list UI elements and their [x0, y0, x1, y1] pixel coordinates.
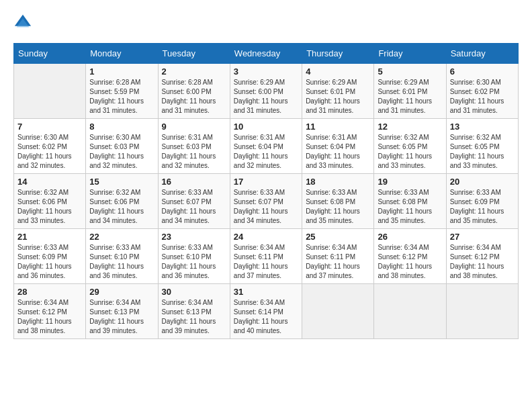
calendar-cell: 20Sunrise: 6:33 AMSunset: 6:09 PMDayligh…: [446, 174, 518, 229]
day-of-week-header: Wednesday: [230, 44, 302, 64]
calendar-week-row: 1Sunrise: 6:28 AMSunset: 5:59 PMDaylight…: [14, 64, 519, 119]
day-number: 24: [234, 232, 298, 242]
day-info: Sunrise: 6:33 AMSunset: 6:08 PMDaylight:…: [306, 188, 370, 226]
calendar-cell: 16Sunrise: 6:33 AMSunset: 6:07 PMDayligh…: [158, 174, 230, 229]
day-number: 17: [234, 177, 298, 187]
day-number: 14: [17, 177, 82, 187]
calendar-cell: 24Sunrise: 6:34 AMSunset: 6:11 PMDayligh…: [230, 229, 302, 284]
day-info: Sunrise: 6:31 AMSunset: 6:04 PMDaylight:…: [306, 133, 370, 171]
calendar-cell: 5Sunrise: 6:29 AMSunset: 6:01 PMDaylight…: [374, 64, 446, 119]
day-info: Sunrise: 6:34 AMSunset: 6:12 PMDaylight:…: [17, 298, 82, 336]
day-of-week-header: Sunday: [14, 44, 86, 64]
day-info: Sunrise: 6:34 AMSunset: 6:14 PMDaylight:…: [234, 298, 298, 336]
header-row: SundayMondayTuesdayWednesdayThursdayFrid…: [14, 44, 519, 64]
day-info: Sunrise: 6:30 AMSunset: 6:02 PMDaylight:…: [17, 133, 82, 171]
day-number: 2: [162, 66, 226, 77]
calendar-cell: 8Sunrise: 6:30 AMSunset: 6:03 PMDaylight…: [86, 119, 158, 174]
calendar-cell: 14Sunrise: 6:32 AMSunset: 6:06 PMDayligh…: [14, 174, 86, 229]
calendar-cell: 31Sunrise: 6:34 AMSunset: 6:14 PMDayligh…: [230, 284, 302, 339]
day-number: 15: [89, 177, 154, 187]
calendar-cell: 1Sunrise: 6:28 AMSunset: 5:59 PMDaylight…: [86, 64, 158, 119]
calendar-cell: 2Sunrise: 6:28 AMSunset: 6:00 PMDaylight…: [158, 64, 230, 119]
day-number: 23: [162, 232, 226, 242]
calendar-cell: 19Sunrise: 6:33 AMSunset: 6:08 PMDayligh…: [374, 174, 446, 229]
calendar-cell: [446, 284, 518, 339]
day-info: Sunrise: 6:34 AMSunset: 6:13 PMDaylight:…: [89, 298, 154, 336]
day-info: Sunrise: 6:34 AMSunset: 6:11 PMDaylight:…: [306, 243, 370, 281]
day-info: Sunrise: 6:32 AMSunset: 6:05 PMDaylight:…: [450, 133, 515, 171]
day-number: 22: [89, 232, 154, 242]
calendar-cell: 18Sunrise: 6:33 AMSunset: 6:08 PMDayligh…: [302, 174, 374, 229]
calendar-cell: 6Sunrise: 6:30 AMSunset: 6:02 PMDaylight…: [446, 64, 518, 119]
calendar-week-row: 7Sunrise: 6:30 AMSunset: 6:02 PMDaylight…: [14, 119, 519, 174]
day-info: Sunrise: 6:32 AMSunset: 6:05 PMDaylight:…: [378, 133, 442, 171]
day-number: 13: [450, 122, 515, 132]
day-info: Sunrise: 6:29 AMSunset: 6:01 PMDaylight:…: [378, 78, 442, 116]
day-number: 29: [89, 287, 154, 297]
day-info: Sunrise: 6:30 AMSunset: 6:03 PMDaylight:…: [89, 133, 154, 171]
day-info: Sunrise: 6:33 AMSunset: 6:10 PMDaylight:…: [162, 243, 226, 281]
calendar-cell: 15Sunrise: 6:32 AMSunset: 6:06 PMDayligh…: [86, 174, 158, 229]
day-number: 1: [89, 66, 154, 77]
day-info: Sunrise: 6:29 AMSunset: 6:01 PMDaylight:…: [306, 78, 370, 116]
day-number: 8: [89, 122, 154, 132]
day-number: 12: [378, 122, 442, 132]
day-of-week-header: Friday: [374, 44, 446, 64]
day-info: Sunrise: 6:29 AMSunset: 6:00 PMDaylight:…: [234, 78, 298, 116]
calendar-cell: 22Sunrise: 6:33 AMSunset: 6:10 PMDayligh…: [86, 229, 158, 284]
day-number: 30: [162, 287, 226, 297]
day-number: 19: [378, 177, 442, 187]
calendar-week-row: 21Sunrise: 6:33 AMSunset: 6:09 PMDayligh…: [14, 229, 519, 284]
day-number: 18: [306, 177, 370, 187]
day-info: Sunrise: 6:33 AMSunset: 6:10 PMDaylight:…: [89, 243, 154, 281]
day-info: Sunrise: 6:30 AMSunset: 6:02 PMDaylight:…: [450, 78, 515, 116]
day-info: Sunrise: 6:33 AMSunset: 6:09 PMDaylight:…: [17, 243, 82, 281]
calendar-cell: [14, 64, 86, 119]
calendar-cell: [302, 284, 374, 339]
day-number: 9: [162, 122, 226, 132]
calendar-week-row: 28Sunrise: 6:34 AMSunset: 6:12 PMDayligh…: [14, 284, 519, 339]
day-number: 4: [306, 66, 370, 77]
day-of-week-header: Saturday: [446, 44, 518, 64]
page-header: [13, 13, 519, 32]
day-info: Sunrise: 6:34 AMSunset: 6:13 PMDaylight:…: [162, 298, 226, 336]
day-of-week-header: Monday: [86, 44, 158, 64]
day-info: Sunrise: 6:34 AMSunset: 6:12 PMDaylight:…: [450, 243, 515, 281]
day-info: Sunrise: 6:34 AMSunset: 6:12 PMDaylight:…: [378, 243, 442, 281]
calendar-cell: 26Sunrise: 6:34 AMSunset: 6:12 PMDayligh…: [374, 229, 446, 284]
day-number: 6: [450, 66, 515, 77]
day-info: Sunrise: 6:33 AMSunset: 6:07 PMDaylight:…: [162, 188, 226, 226]
day-number: 31: [234, 287, 298, 297]
day-info: Sunrise: 6:33 AMSunset: 6:09 PMDaylight:…: [450, 188, 515, 226]
day-number: 16: [162, 177, 226, 187]
day-info: Sunrise: 6:31 AMSunset: 6:03 PMDaylight:…: [162, 133, 226, 171]
day-info: Sunrise: 6:31 AMSunset: 6:04 PMDaylight:…: [234, 133, 298, 171]
calendar-cell: 27Sunrise: 6:34 AMSunset: 6:12 PMDayligh…: [446, 229, 518, 284]
calendar-cell: 13Sunrise: 6:32 AMSunset: 6:05 PMDayligh…: [446, 119, 518, 174]
day-info: Sunrise: 6:28 AMSunset: 6:00 PMDaylight:…: [162, 78, 226, 116]
calendar-cell: 28Sunrise: 6:34 AMSunset: 6:12 PMDayligh…: [14, 284, 86, 339]
calendar-cell: 10Sunrise: 6:31 AMSunset: 6:04 PMDayligh…: [230, 119, 302, 174]
day-info: Sunrise: 6:32 AMSunset: 6:06 PMDaylight:…: [17, 188, 82, 226]
day-number: 25: [306, 232, 370, 242]
logo-icon: [13, 13, 32, 32]
calendar-cell: [374, 284, 446, 339]
day-of-week-header: Tuesday: [158, 44, 230, 64]
day-number: 26: [378, 232, 442, 242]
calendar-cell: 17Sunrise: 6:33 AMSunset: 6:07 PMDayligh…: [230, 174, 302, 229]
day-number: 3: [234, 66, 298, 77]
calendar-cell: 25Sunrise: 6:34 AMSunset: 6:11 PMDayligh…: [302, 229, 374, 284]
calendar-cell: 3Sunrise: 6:29 AMSunset: 6:00 PMDaylight…: [230, 64, 302, 119]
day-info: Sunrise: 6:33 AMSunset: 6:08 PMDaylight:…: [378, 188, 442, 226]
day-of-week-header: Thursday: [302, 44, 374, 64]
calendar-cell: 9Sunrise: 6:31 AMSunset: 6:03 PMDaylight…: [158, 119, 230, 174]
logo: [13, 13, 35, 32]
day-info: Sunrise: 6:33 AMSunset: 6:07 PMDaylight:…: [234, 188, 298, 226]
calendar-cell: 23Sunrise: 6:33 AMSunset: 6:10 PMDayligh…: [158, 229, 230, 284]
day-number: 28: [17, 287, 82, 297]
day-number: 7: [17, 122, 82, 132]
day-number: 20: [450, 177, 515, 187]
day-number: 27: [450, 232, 515, 242]
calendar-cell: 4Sunrise: 6:29 AMSunset: 6:01 PMDaylight…: [302, 64, 374, 119]
day-number: 11: [306, 122, 370, 132]
